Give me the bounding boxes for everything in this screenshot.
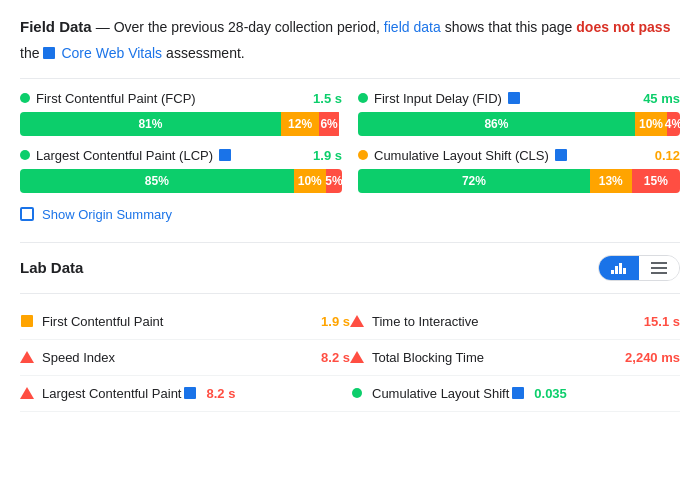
lab-si-value: 8.2 s	[321, 350, 350, 365]
lab-toggle-buttons[interactable]	[598, 255, 680, 281]
metric-cls-value: 0.12	[655, 148, 680, 163]
lab-row-fcp: First Contentful Paint 1.9 s	[20, 304, 350, 340]
lab-tbt-icon	[350, 350, 364, 364]
lab-lcp-info-icon	[184, 387, 196, 399]
triangle-red-lcp-icon	[20, 387, 34, 399]
triangle-red-si-icon	[20, 351, 34, 363]
metric-lcp-value: 1.9 s	[313, 148, 342, 163]
origin-checkbox[interactable]	[20, 207, 34, 221]
lab-row-tbt: Total Blocking Time 2,240 ms	[350, 340, 680, 376]
circle-green-cls-icon	[352, 388, 362, 398]
metric-fcp: First Contentful Paint (FCP) 1.5 s 81% 1…	[20, 91, 342, 136]
lab-data-header: Lab Data	[20, 255, 680, 281]
bar-fid-green: 86%	[358, 112, 635, 136]
bar-fid-orange: 10%	[635, 112, 667, 136]
metric-fcp-header: First Contentful Paint (FCP) 1.5 s	[20, 91, 342, 106]
svg-rect-3	[623, 268, 626, 274]
bar-lcp-orange: 10%	[294, 169, 326, 193]
bar-fcp-red: 6%	[319, 112, 338, 136]
lab-lcp-value: 8.2 s	[206, 386, 235, 401]
metric-fcp-value: 1.5 s	[313, 91, 342, 106]
lab-data-title: Lab Data	[20, 259, 83, 276]
bar-cls-orange: 13%	[590, 169, 632, 193]
lab-tbt-value: 2,240 ms	[625, 350, 680, 365]
bar-cls-red: 15%	[632, 169, 680, 193]
triangle-red-tbt-icon	[350, 351, 364, 363]
lab-cls-info-icon	[512, 387, 524, 399]
lab-tbt-name: Total Blocking Time	[372, 350, 617, 365]
dot-fid	[358, 93, 368, 103]
lab-row-lcp: Largest Contentful Paint 8.2 s	[20, 376, 350, 412]
toggle-bar-button[interactable]	[599, 256, 639, 280]
lab-divider	[20, 293, 680, 294]
svg-rect-1	[615, 266, 618, 274]
metric-fid: First Input Delay (FID) 45 ms 86% 10% 4%	[358, 91, 680, 136]
metric-fid-label: First Input Delay (FID)	[358, 91, 522, 106]
lab-row-si: Speed Index 8.2 s	[20, 340, 350, 376]
lab-cls-name: Cumulative Layout Shift	[372, 386, 509, 401]
svg-rect-6	[651, 272, 667, 274]
show-origin-label[interactable]: Show Origin Summary	[42, 207, 172, 222]
bar-lcp-green: 85%	[20, 169, 294, 193]
fid-info-icon	[508, 92, 520, 104]
metric-cls-bar: 72% 13% 15%	[358, 169, 680, 193]
lab-tti-icon	[350, 314, 364, 328]
field-data-title: Field Data	[20, 16, 92, 39]
cwv-link[interactable]: Core Web Vitals	[61, 43, 162, 64]
bar-lcp-red: 5%	[326, 169, 342, 193]
lab-lcp-name-container: Largest Contentful Paint	[42, 386, 198, 401]
metric-fcp-text: First Contentful Paint (FCP)	[36, 91, 196, 106]
lcp-info-icon	[219, 149, 231, 161]
metric-cls-header: Cumulative Layout Shift (CLS) 0.12	[358, 148, 680, 163]
lab-cls-icon	[350, 386, 364, 400]
toggle-list-button[interactable]	[639, 256, 679, 280]
lab-section-divider	[20, 242, 680, 243]
dot-fcp	[20, 93, 30, 103]
svg-rect-2	[619, 263, 622, 274]
triangle-red-tti-icon	[350, 315, 364, 327]
metric-lcp-bar: 85% 10% 5%	[20, 169, 342, 193]
field-data-dash: —	[96, 17, 110, 38]
metric-fid-value: 45 ms	[643, 91, 680, 106]
lab-tti-value: 15.1 s	[644, 314, 680, 329]
bar-fcp-orange: 12%	[281, 112, 320, 136]
lab-fcp-value: 1.9 s	[321, 314, 350, 329]
field-data-link[interactable]: field data	[384, 17, 441, 38]
metric-fid-text: First Input Delay (FID)	[374, 91, 502, 106]
field-data-header: Field Data — Over the previous 28-day co…	[20, 16, 680, 64]
metric-fid-header: First Input Delay (FID) 45 ms	[358, 91, 680, 106]
lab-tti-name: Time to Interactive	[372, 314, 636, 329]
cls-info-icon	[555, 149, 567, 161]
field-data-fail: does not pass	[576, 17, 670, 38]
metric-fcp-label: First Contentful Paint (FCP)	[20, 91, 196, 106]
field-data-desc-pre: Over the previous 28-day collection peri…	[114, 17, 380, 38]
metric-cls: Cumulative Layout Shift (CLS) 0.12 72% 1…	[358, 148, 680, 193]
lab-cls-value: 0.035	[534, 386, 567, 401]
lab-row-cls: Cumulative Layout Shift 0.035	[350, 376, 680, 412]
lab-cls-name-container: Cumulative Layout Shift	[372, 386, 526, 401]
lab-metrics-grid: First Contentful Paint 1.9 s Time to Int…	[20, 304, 680, 412]
field-data-desc-mid: shows that this page	[445, 17, 573, 38]
field-data-divider	[20, 78, 680, 79]
show-origin-row[interactable]: Show Origin Summary	[20, 207, 680, 222]
lab-lcp-name: Largest Contentful Paint	[42, 386, 181, 401]
lab-data-section: Lab Data	[20, 255, 680, 412]
square-orange-icon	[21, 315, 33, 327]
metric-lcp: Largest Contentful Paint (LCP) 1.9 s 85%…	[20, 148, 342, 193]
lab-row-tti: Time to Interactive 15.1 s	[350, 304, 680, 340]
metric-lcp-text: Largest Contentful Paint (LCP)	[36, 148, 213, 163]
svg-rect-4	[651, 262, 667, 264]
lab-fcp-name: First Contentful Paint	[42, 314, 313, 329]
dot-lcp	[20, 150, 30, 160]
metric-lcp-header: Largest Contentful Paint (LCP) 1.9 s	[20, 148, 342, 163]
dot-cls	[358, 150, 368, 160]
svg-rect-5	[651, 267, 667, 269]
metric-cls-text: Cumulative Layout Shift (CLS)	[374, 148, 549, 163]
bar-cls-green: 72%	[358, 169, 590, 193]
metric-fid-bar: 86% 10% 4%	[358, 112, 680, 136]
lab-si-icon	[20, 350, 34, 364]
lab-fcp-icon	[20, 314, 34, 328]
cwv-icon	[43, 47, 55, 59]
bar-chart-icon	[611, 262, 627, 274]
lab-si-name: Speed Index	[42, 350, 313, 365]
